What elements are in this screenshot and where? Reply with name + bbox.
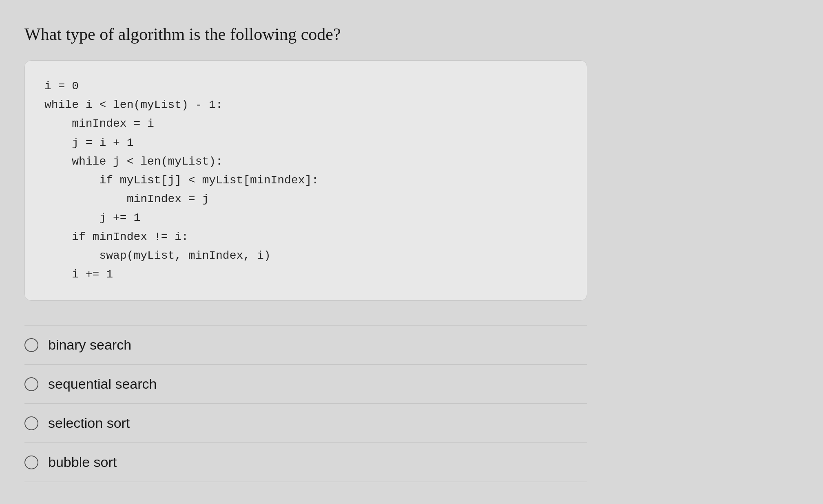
code-content: i = 0 while i < len(myList) - 1: minInde… [44,77,567,284]
options-container: binary search sequential search selectio… [24,325,587,482]
radio-selection-sort[interactable] [24,416,38,430]
option-bubble-sort-label: bubble sort [48,454,117,470]
radio-bubble-sort[interactable] [24,456,38,469]
option-binary-search-label: binary search [48,337,131,353]
option-binary-search[interactable]: binary search [24,325,587,365]
option-selection-sort[interactable]: selection sort [24,404,587,443]
main-container: What type of algorithm is the following … [24,24,587,482]
option-bubble-sort[interactable]: bubble sort [24,443,587,482]
question-title: What type of algorithm is the following … [24,24,587,44]
code-box: i = 0 while i < len(myList) - 1: minInde… [24,60,587,301]
option-selection-sort-label: selection sort [48,415,130,431]
option-sequential-search-label: sequential search [48,376,157,392]
radio-binary-search[interactable] [24,338,38,352]
radio-sequential-search[interactable] [24,377,38,391]
option-sequential-search[interactable]: sequential search [24,365,587,404]
